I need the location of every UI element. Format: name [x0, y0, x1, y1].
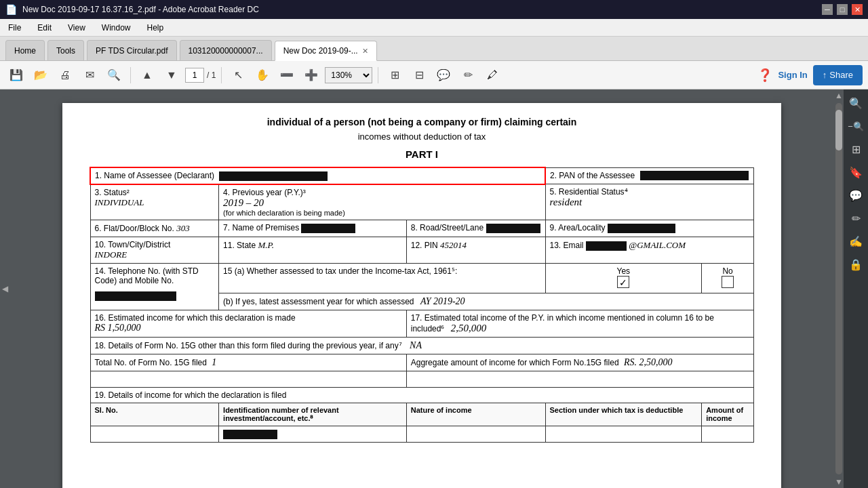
scroll-up[interactable]: ▲: [835, 91, 843, 100]
page-input[interactable]: 1: [185, 68, 204, 83]
prev-year-label: 4. Previous year (P.Y.)³: [223, 188, 540, 197]
signin-button[interactable]: Sign In: [778, 70, 807, 80]
comment-tool[interactable]: 💬: [845, 184, 867, 206]
form15g-cell: 18. Details of Form No. 15G other than t…: [90, 337, 754, 354]
yes-checkbox[interactable]: ✓: [617, 276, 629, 288]
fit-page-button[interactable]: ⊞: [384, 64, 406, 86]
pdf-subtitle: incomes without deduction of tax: [90, 131, 754, 142]
save-button[interactable]: 💾: [5, 64, 27, 86]
col-id-label: Identification number of relevant invest…: [223, 406, 339, 422]
email-label: 13. Email: [550, 241, 584, 250]
menu-edit[interactable]: Edit: [35, 22, 54, 34]
data-row-id: [219, 426, 407, 442]
premises-redacted: [301, 224, 355, 233]
thumbnails-tool[interactable]: ⊞: [845, 138, 867, 160]
sign-tool[interactable]: ✍: [845, 230, 867, 252]
zoom-in-button[interactable]: ➕: [300, 64, 322, 86]
col-nature-label: Nature of income: [411, 406, 472, 414]
form-table: 1. Name of Assessee (Declarant) 2. PAN o…: [90, 167, 754, 443]
tab-home[interactable]: Home: [5, 40, 45, 60]
left-arrow-button[interactable]: ◀: [2, 284, 8, 293]
zoom-in-tool[interactable]: 🔍: [845, 92, 867, 114]
menu-window[interactable]: Window: [99, 22, 134, 34]
no-checkbox[interactable]: [722, 276, 734, 288]
email-button[interactable]: ✉: [79, 64, 100, 86]
share-button[interactable]: ↑ Share: [813, 65, 863, 85]
highlight-tool[interactable]: ✏: [845, 207, 867, 229]
app-icon: 📄: [5, 4, 17, 15]
aggregate-label: Aggregate amount of income for which For…: [411, 358, 619, 367]
town-cell: 10. Town/City/District INDORE: [90, 237, 219, 263]
prev-page-button[interactable]: ▲: [136, 64, 158, 86]
zoom-out-tool[interactable]: −🔍: [845, 115, 867, 137]
minimize-button[interactable]: ─: [822, 4, 833, 15]
bookmarks-tool[interactable]: 🔖: [845, 161, 867, 183]
prev-year-note: (for which declaration is being made): [223, 209, 540, 217]
comment-button[interactable]: 💬: [433, 64, 454, 86]
state-cell: 11. State M.P.: [219, 237, 407, 263]
close-button[interactable]: ✕: [852, 4, 863, 15]
tab-tools[interactable]: Tools: [47, 40, 84, 60]
est-total-value: 2,50,000: [451, 323, 487, 333]
print-button[interactable]: 🖨: [54, 64, 76, 86]
pin-value: 452014: [440, 240, 467, 250]
road-redacted: [486, 224, 540, 233]
data-row-nature: [406, 426, 545, 442]
empty-row-left: [90, 371, 406, 387]
tab-close-icon[interactable]: ✕: [362, 47, 368, 56]
flat-value: 303: [176, 223, 190, 233]
scroll-down[interactable]: ▼: [835, 477, 843, 487]
page-total: / 1: [207, 70, 216, 80]
col-amount-label: Amount of income: [706, 406, 743, 422]
total-forms-value: 1: [212, 357, 216, 367]
cursor-tool[interactable]: ↖: [227, 64, 249, 86]
search-button[interactable]: 🔍: [103, 64, 125, 86]
page-nav: ▲ ▼ 1 / 1: [136, 64, 216, 86]
share-label: Share: [829, 70, 853, 80]
toolbar-sep-3: [378, 67, 378, 83]
pdf-area[interactable]: individual of a person (not being a comp…: [9, 89, 834, 488]
latest-ay-label: (b) If yes, latest assessment year for w…: [223, 297, 414, 306]
pen-button[interactable]: ✏: [457, 64, 479, 86]
next-page-button[interactable]: ▼: [161, 64, 182, 86]
help-button[interactable]: ❓: [757, 68, 772, 83]
zoom-select[interactable]: 130% 100% 75% 150%: [325, 67, 372, 83]
protect-tool[interactable]: 🔒: [845, 253, 867, 275]
maximize-button[interactable]: □: [837, 4, 848, 15]
road-cell: 8. Road/Street/Lane: [406, 220, 545, 237]
zoom-out-button[interactable]: ➖: [276, 64, 298, 86]
tab-pf-tds[interactable]: PF TDS Circular.pdf: [87, 40, 176, 60]
email-redacted-1: [586, 241, 627, 251]
latest-ay-value: AY 2019-20: [420, 296, 465, 306]
data-row-section: [545, 426, 702, 442]
tel-cell: 14. Telephone No. (with STD Code) and Mo…: [90, 263, 219, 310]
menu-view[interactable]: View: [65, 22, 88, 34]
email-cell: 13. Email @GMAIL.COM: [545, 237, 754, 263]
flat-cell: 6. Flat/Door/Block No. 303: [90, 220, 219, 237]
total-forms-label: Total No. of Form No. 15G filed: [95, 358, 207, 367]
scrollbar[interactable]: ▲ ▼: [834, 89, 844, 488]
hand-tool[interactable]: ✋: [252, 64, 273, 86]
flat-label: 6. Flat/Door/Block No.: [95, 224, 174, 233]
tab-new-doc[interactable]: New Doc 2019-09-... ✕: [275, 41, 377, 61]
scrollbar-thumb[interactable]: [835, 110, 842, 150]
tools-more-button[interactable]: ⊟: [408, 64, 430, 86]
menu-help[interactable]: Help: [144, 22, 167, 34]
tab-tools-label: Tools: [56, 46, 75, 56]
pdf-page: individual of a person (not being a comp…: [62, 103, 781, 488]
prev-year-cell: 4. Previous year (P.Y.)³ 2019 – 20 (for …: [219, 184, 545, 220]
state-value: M.P.: [258, 240, 274, 250]
status-label: 3. Status²: [95, 188, 215, 197]
highlighter-button[interactable]: 🖍: [481, 64, 503, 86]
tab-bar: Home Tools PF TDS Circular.pdf 103120000…: [0, 37, 868, 61]
open-button[interactable]: 📂: [30, 64, 52, 86]
details19-label: 19. Details of income for which the decl…: [95, 390, 287, 400]
pdf-title-1: individual of a person (not being a comp…: [90, 117, 754, 127]
menu-file[interactable]: File: [5, 22, 24, 34]
assessed-cell: 15 (a) Whether assessed to tax under the…: [219, 263, 545, 293]
tab-103[interactable]: 103120000000007...: [180, 40, 272, 60]
toolbar: 💾 📂 🖨 ✉ 🔍 ▲ ▼ 1 / 1 ↖ ✋ ➖ ➕ 130% 100% 75…: [0, 61, 868, 89]
scrollbar-track[interactable]: [835, 103, 842, 474]
data-row-sl: [90, 426, 219, 442]
prev-year-value: 2019 – 20: [223, 197, 264, 208]
